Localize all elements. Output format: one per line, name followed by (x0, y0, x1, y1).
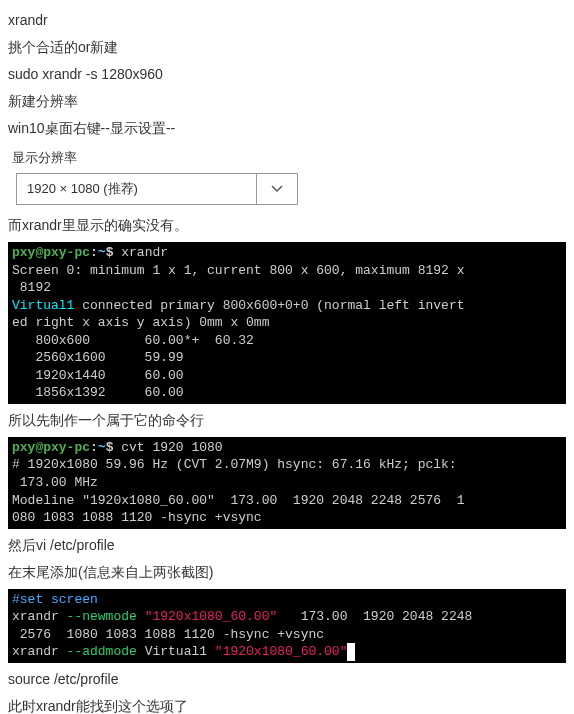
text-vi-profile: 然后vi /etc/profile (8, 535, 566, 556)
term2-l2: 173.00 MHz (12, 475, 98, 490)
terminal-output-2: pxy@pxy-pc:~$ cvt 1920 1080 # 1920x1080 … (8, 437, 566, 529)
term1-l6: 2560x1600 59.99 (12, 350, 184, 365)
term2-l4: 080 1083 1088 1120 -hsync +vsync (12, 510, 262, 525)
term3-r3c: Virtual1 (145, 644, 215, 659)
term1-path: ~ (98, 245, 106, 260)
text-append: 在末尾添加(信息来自上两张截图) (8, 562, 566, 583)
term2-l3: Modeline "1920x1080_60.00" 173.00 1920 2… (12, 493, 464, 508)
term1-l2: 8192 (12, 280, 51, 295)
text-no-show: 而xrandr里显示的确实没有。 (8, 215, 566, 236)
term2-sep: : (90, 440, 98, 455)
term2-path: ~ (98, 440, 106, 455)
term3-r1d: 173.00 1920 2048 2248 (277, 609, 472, 624)
term1-l8: 1856x1392 60.00 (12, 385, 184, 400)
cursor-icon (347, 643, 355, 661)
term1-l3b: connected primary 800x600+0+0 (normal le… (82, 298, 464, 313)
terminal-output-3: #set screen xrandr --newmode "1920x1080_… (8, 589, 566, 663)
term1-l7: 1920x1440 60.00 (12, 368, 184, 383)
term3-r3b: --addmode (67, 644, 145, 659)
term1-cmd: xrandr (121, 245, 168, 260)
terminal-output-1: pxy@pxy-pc:~$ xrandr Screen 0: minimum 1… (8, 242, 566, 404)
text-new-res: 新建分辨率 (8, 91, 566, 112)
resolution-label: 显示分辨率 (12, 149, 566, 167)
text-sudo-1280: sudo xrandr -s 1280x960 (8, 64, 566, 85)
term2-cmd: cvt 1920 1080 (121, 440, 222, 455)
term1-virtual: Virtual1 (12, 298, 82, 313)
term1-l5: 800x600 60.00*+ 60.32 (12, 333, 254, 348)
text-xrandr: xrandr (8, 10, 566, 31)
chevron-down-icon (256, 174, 297, 204)
text-source: source /etc/profile (8, 669, 566, 690)
term1-end: $ (106, 245, 122, 260)
term1-sep: : (90, 245, 98, 260)
term3-r3a: xrandr (12, 644, 67, 659)
resolution-value: 1920 × 1080 (推荐) (17, 174, 256, 204)
term3-r2: 2576 1080 1083 1088 1120 -hsync +vsync (12, 627, 324, 642)
term3-r1a: xrandr (12, 609, 67, 624)
term1-l1: Screen 0: minimum 1 x 1, current 800 x 6… (12, 263, 464, 278)
term1-l4: ed right x axis y axis) 0mm x 0mm (12, 315, 269, 330)
text-make-cmd: 所以先制作一个属于它的命令行 (8, 410, 566, 431)
term2-l1: # 1920x1080 59.96 Hz (CVT 2.07M9) hsync:… (12, 457, 457, 472)
term3-r3d: "1920x1080_60.00" (215, 644, 348, 659)
term3-comment: #set screen (12, 592, 98, 607)
term2-end: $ (106, 440, 122, 455)
term3-r1b: --newmode (67, 609, 145, 624)
term1-user: pxy@pxy-pc (12, 245, 90, 260)
term3-r1c: "1920x1080_60.00" (145, 609, 278, 624)
text-win10: win10桌面右键--显示设置-- (8, 118, 566, 139)
resolution-select[interactable]: 1920 × 1080 (推荐) (16, 173, 298, 205)
text-found: 此时xrandr能找到这个选项了 (8, 696, 566, 714)
text-choose: 挑个合适的or新建 (8, 37, 566, 58)
term2-user: pxy@pxy-pc (12, 440, 90, 455)
